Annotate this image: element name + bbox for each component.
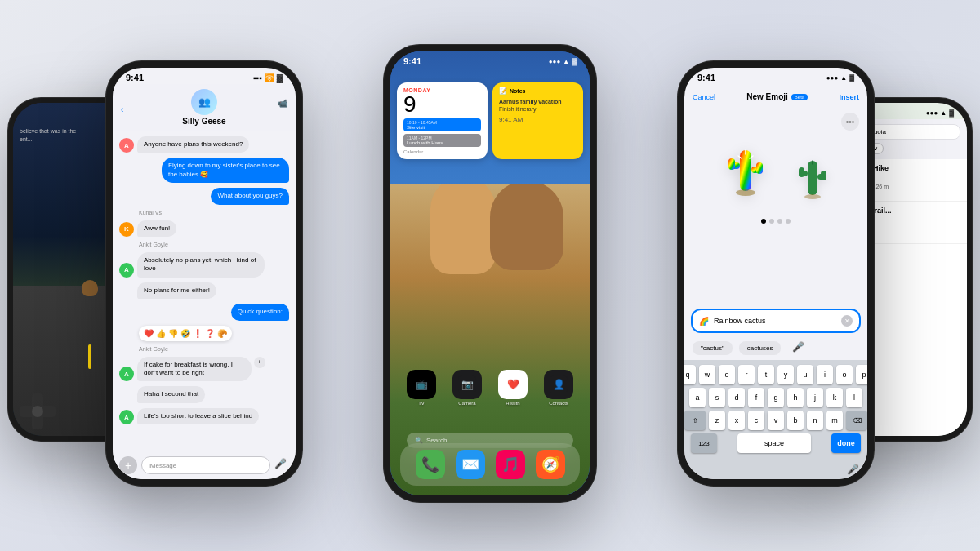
svg-rect-8 bbox=[740, 150, 751, 191]
message-bubble: If cake for breakfast is wrong, I don't … bbox=[137, 357, 252, 382]
emoji-secondary bbox=[791, 148, 835, 211]
avatar: A bbox=[119, 263, 134, 278]
key-o[interactable]: o bbox=[836, 365, 853, 384]
dock-phone-icon[interactable]: 📞 bbox=[416, 450, 445, 479]
app-icon-camera[interactable]: 📷 Camera bbox=[452, 370, 482, 406]
tapback-more[interactable]: 🥐 bbox=[217, 329, 227, 338]
signal-icon: ●●● bbox=[926, 109, 938, 117]
key-l[interactable]: l bbox=[846, 388, 862, 407]
emoji-search-bar[interactable]: 🌈 Rainbow cactus ✕ bbox=[691, 309, 861, 333]
emoji-search-input[interactable]: Rainbow cactus bbox=[714, 317, 836, 325]
messages-status-bar: 9:41 ▪▪▪ 🛜 ▓ bbox=[113, 68, 296, 84]
message-input[interactable]: iMessage bbox=[141, 456, 270, 474]
tapback-thumbsdown[interactable]: 👎 bbox=[168, 329, 178, 338]
dock-music-icon[interactable]: 🎵 bbox=[496, 450, 525, 479]
emoji-title: New Emoji bbox=[746, 92, 788, 101]
suggestion-cactus-quotes[interactable]: "cactus" bbox=[693, 341, 733, 355]
svg-rect-12 bbox=[756, 162, 763, 174]
message-bubble: Flying down to my sister's place to see … bbox=[162, 158, 289, 183]
key-b[interactable]: b bbox=[787, 411, 804, 430]
sender-label: Ankit Goyle bbox=[119, 346, 289, 352]
more-options-button[interactable]: ••• bbox=[841, 113, 859, 131]
key-w[interactable]: w bbox=[699, 365, 715, 384]
key-m[interactable]: m bbox=[826, 411, 843, 430]
key-k[interactable]: k bbox=[826, 388, 843, 407]
suggestion-cactuses[interactable]: cactuses bbox=[739, 341, 782, 355]
message-bubble: What about you guys? bbox=[211, 188, 289, 204]
notes-time: 9:41 AM bbox=[499, 116, 577, 123]
key-i[interactable]: i bbox=[817, 365, 833, 384]
app-icon-tv[interactable]: 📺 TV bbox=[407, 370, 436, 406]
app-icon-health[interactable]: ❤️ Health bbox=[498, 370, 528, 406]
key-e[interactable]: e bbox=[719, 365, 735, 384]
tapback-thumbsup[interactable]: 👍 bbox=[156, 329, 166, 338]
calendar-widget-label: Calendar bbox=[403, 149, 481, 154]
key-s[interactable]: s bbox=[709, 388, 725, 407]
tapback-heart[interactable]: ❤️ bbox=[144, 329, 154, 338]
key-y[interactable]: y bbox=[777, 365, 794, 384]
widgets-row: MONDAY 9 10:10 - 10:45AM Site visit 11AM… bbox=[397, 82, 583, 159]
video-call-button[interactable]: 📹 bbox=[278, 99, 287, 108]
dock-mail-icon[interactable]: ✉️ bbox=[456, 450, 485, 479]
key-q[interactable]: q bbox=[684, 365, 696, 384]
svg-text:❤️: ❤️ bbox=[507, 378, 519, 390]
tapback-question[interactable]: ❓ bbox=[205, 329, 215, 338]
message-bubble: Haha I second that bbox=[137, 386, 205, 402]
cancel-button[interactable]: Cancel bbox=[693, 93, 715, 101]
message-bubble: Life's too short to leave a slice behind bbox=[137, 408, 259, 424]
key-u[interactable]: u bbox=[797, 365, 813, 384]
emoji-beta-badge: Beta bbox=[791, 94, 808, 100]
emoji-preview-area: ••• bbox=[684, 104, 867, 305]
calendar-event-1: 10:10 - 10:45AM Site visit bbox=[403, 118, 481, 131]
phone-emoji: 9:41 ●●● ▲ ▓ Cancel New Emoji Beta Inser… bbox=[678, 61, 874, 486]
clear-search-button[interactable]: ✕ bbox=[841, 315, 853, 327]
homescreen-status-bar: 9:41 ●●● ▲ ▓ bbox=[390, 51, 590, 68]
tapback-exclaim[interactable]: ❗ bbox=[193, 329, 203, 338]
key-h[interactable]: h bbox=[787, 388, 804, 407]
phone-messages-screen: 9:41 ▪▪▪ 🛜 ▓ ‹ 👥 Silly Geese 📹 bbox=[113, 68, 296, 479]
tapback-row: ❤️ 👍 👎 🤣 ❗ ❓ 🥐 bbox=[139, 326, 232, 341]
key-j[interactable]: j bbox=[807, 388, 823, 407]
wifi-icon: ▲ bbox=[563, 58, 569, 65]
voice-input-button[interactable]: 🎤 bbox=[274, 458, 289, 473]
key-f[interactable]: f bbox=[748, 388, 764, 407]
emoji-page-dots bbox=[761, 219, 791, 224]
insert-button[interactable]: Insert bbox=[839, 93, 859, 101]
key-numbers[interactable]: 123 bbox=[691, 433, 717, 453]
keyboard-row-3: ⇧ z x c v b n m ⌫ bbox=[688, 411, 864, 430]
signal-icon: ●●● bbox=[826, 74, 839, 82]
reaction-btn[interactable]: + bbox=[254, 357, 265, 368]
svg-text:📺: 📺 bbox=[416, 378, 428, 390]
key-p[interactable]: p bbox=[856, 365, 867, 384]
key-v[interactable]: v bbox=[768, 411, 784, 430]
key-t[interactable]: t bbox=[758, 365, 774, 384]
camera-app-label: Camera bbox=[458, 401, 475, 406]
back-button[interactable]: ‹ bbox=[121, 105, 123, 114]
key-shift[interactable]: ⇧ bbox=[684, 411, 706, 430]
key-c[interactable]: c bbox=[748, 411, 764, 430]
key-n[interactable]: n bbox=[807, 411, 823, 430]
dock-browser-icon[interactable]: 🧭 bbox=[536, 450, 565, 479]
message-item: A Anyone have plans this weekend? bbox=[119, 136, 289, 153]
wifi-icon: ▲ bbox=[940, 109, 947, 117]
key-r[interactable]: r bbox=[738, 365, 755, 384]
add-attachment-button[interactable]: + bbox=[119, 456, 137, 474]
key-a[interactable]: a bbox=[689, 388, 706, 407]
key-x[interactable]: x bbox=[728, 411, 745, 430]
key-g[interactable]: g bbox=[768, 388, 784, 407]
calendar-widget[interactable]: MONDAY 9 10:10 - 10:45AM Site visit 11AM… bbox=[397, 82, 488, 159]
key-done[interactable]: done bbox=[831, 433, 861, 453]
keyboard-mic-icon[interactable]: 🎤 bbox=[847, 464, 859, 475]
phone-messages: 9:41 ▪▪▪ 🛜 ▓ ‹ 👥 Silly Geese 📹 bbox=[106, 61, 302, 486]
key-space[interactable]: space bbox=[737, 433, 811, 453]
microphone-icon[interactable]: 🎤 bbox=[787, 341, 809, 355]
app-icon-contacts[interactable]: 👤 Contacts bbox=[544, 370, 573, 406]
tapback-haha[interactable]: 🤣 bbox=[180, 329, 190, 338]
key-z[interactable]: z bbox=[709, 411, 725, 430]
key-d[interactable]: d bbox=[728, 388, 745, 407]
key-delete[interactable]: ⌫ bbox=[846, 411, 867, 430]
message-item: A Life's too short to leave a slice behi… bbox=[119, 408, 289, 424]
notes-widget[interactable]: 📝 Notes Aarhus family vacation Finish it… bbox=[492, 82, 583, 159]
battery-icon: ▓ bbox=[849, 74, 854, 82]
avatar: A bbox=[119, 138, 134, 153]
